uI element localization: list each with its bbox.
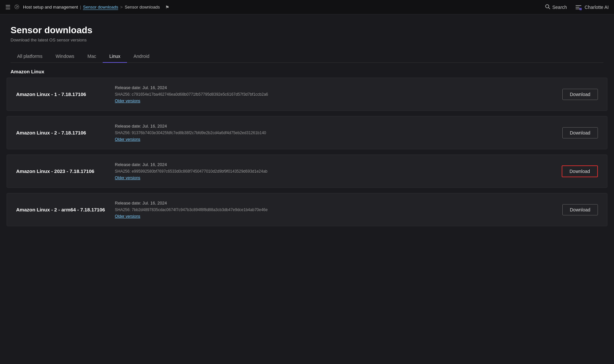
search-label: Search <box>552 5 567 10</box>
card-name: Amazon Linux - 2 - 7.18.17106 <box>16 130 108 135</box>
page-header: Sensor downloads Download the latest OS … <box>0 14 614 63</box>
hamburger-menu-icon[interactable]: ☰ <box>5 4 11 11</box>
download-button[interactable]: Download <box>562 127 598 138</box>
tab-linux[interactable]: Linux <box>103 50 127 63</box>
top-navigation: ☰ ⧁ Host setup and management | Sensor d… <box>0 0 614 14</box>
card-name: Amazon Linux - 2023 - 7.18.17106 <box>16 168 108 174</box>
card-release-date: Release date: Jul. 16, 2024 <box>115 162 555 167</box>
search-button[interactable]: Search <box>545 4 567 10</box>
tab-mac[interactable]: Mac <box>81 50 103 63</box>
older-versions-link[interactable]: Older versions <box>115 99 556 103</box>
download-card: Amazon Linux - 2 - arm64 - 7.18.17106 Re… <box>7 193 607 226</box>
platform-tabs: All platformsWindowsMacLinuxAndroid <box>11 50 603 63</box>
charlotte-ai-button[interactable]: Charlotte AI <box>575 4 609 11</box>
older-versions-link[interactable]: Older versions <box>115 137 556 142</box>
search-icon <box>545 4 550 10</box>
tab-android[interactable]: Android <box>127 50 156 63</box>
card-action: Download <box>562 204 598 215</box>
download-button[interactable]: Download <box>562 165 598 177</box>
card-sha: SHA256: e995992580bf7697c6533d0c868f7450… <box>115 169 555 174</box>
older-versions-link[interactable]: Older versions <box>115 176 555 180</box>
breadcrumb-separator: | <box>80 5 81 10</box>
card-name: Amazon Linux - 1 - 7.18.17106 <box>16 91 108 97</box>
card-sha: SHA256: c791654e17ba462746ea0d68b0771fb5… <box>115 92 556 97</box>
breadcrumb-link[interactable]: Sensor downloads <box>83 5 118 10</box>
card-meta: Release date: Jul. 16, 2024 SHA256: 9137… <box>115 124 556 142</box>
charlotte-icon <box>575 4 582 11</box>
svg-rect-2 <box>579 8 582 10</box>
download-button[interactable]: Download <box>562 89 598 100</box>
download-button[interactable]: Download <box>562 204 598 215</box>
page-title: Sensor downloads <box>11 25 603 36</box>
download-card: Amazon Linux - 1 - 7.18.17106 Release da… <box>7 78 607 111</box>
breadcrumb: Host setup and management | Sensor downl… <box>23 5 160 10</box>
bookmark-icon[interactable]: ⚑ <box>165 5 169 10</box>
page-subtitle: Download the latest OS sensor versions <box>11 37 603 42</box>
breadcrumb-chevron-icon: > <box>120 5 123 10</box>
tab-windows[interactable]: Windows <box>49 50 81 63</box>
section-title: Amazon Linux <box>11 69 44 74</box>
app-label: Host setup and management <box>23 5 78 10</box>
card-meta: Release date: Jul. 16, 2024 SHA256: e995… <box>115 162 555 180</box>
card-release-date: Release date: Jul. 16, 2024 <box>115 124 556 129</box>
card-meta: Release date: Jul. 16, 2024 SHA256: c791… <box>115 85 556 103</box>
download-card: Amazon Linux - 2 - 7.18.17106 Release da… <box>7 116 607 149</box>
card-sha: SHA256: 7bb2d4897835cdac0674f7c947b3c894… <box>115 207 556 212</box>
charlotte-label: Charlotte AI <box>585 5 609 10</box>
app-logo-icon[interactable]: ⧁ <box>14 4 19 11</box>
tab-all[interactable]: All platforms <box>11 50 49 63</box>
card-release-date: Release date: Jul. 16, 2024 <box>115 85 556 90</box>
download-list: Amazon Linux - 1 - 7.18.17106 Release da… <box>0 78 614 226</box>
svg-line-1 <box>549 8 550 9</box>
older-versions-link[interactable]: Older versions <box>115 214 556 219</box>
topnav-right-actions: Search Charlotte AI <box>545 4 609 11</box>
card-action: Download <box>562 89 598 100</box>
card-meta: Release date: Jul. 16, 2024 SHA256: 7bb2… <box>115 201 556 219</box>
download-card: Amazon Linux - 2023 - 7.18.17106 Release… <box>7 155 607 188</box>
card-action: Download <box>562 127 598 138</box>
breadcrumb-current: Sensor downloads <box>125 5 160 10</box>
card-release-date: Release date: Jul. 16, 2024 <box>115 201 556 206</box>
card-action: Download <box>562 165 598 177</box>
card-sha: SHA256: 91376b7403e30425fdfc7ed8b38f2c7b… <box>115 131 556 135</box>
section-header: Amazon Linux <box>0 63 614 78</box>
card-name: Amazon Linux - 2 - arm64 - 7.18.17106 <box>16 207 108 212</box>
